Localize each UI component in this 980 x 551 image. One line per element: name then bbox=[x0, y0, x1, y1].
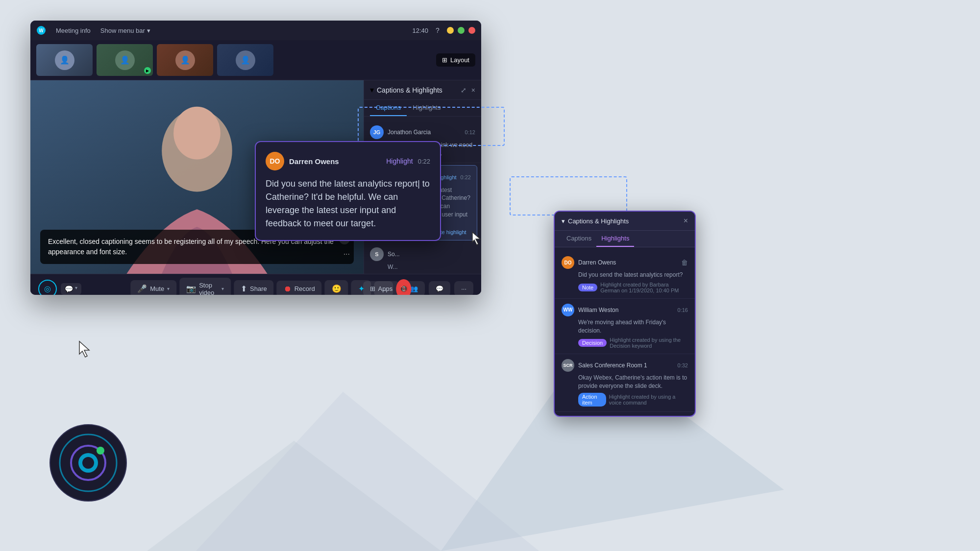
hi-delete-1[interactable]: 🗑 bbox=[681, 259, 688, 266]
hi-text-2: We're moving ahead with Friday's decisio… bbox=[578, 318, 688, 335]
hi-avatar-1: DO bbox=[562, 256, 574, 269]
toolbar-center: 🎤 Mute ▾ 📷 Stop video ▾ ⬆ Share ⏺ Record… bbox=[130, 278, 411, 295]
popup-text: Did you send the latest analytics report… bbox=[266, 177, 430, 230]
toolbar-left: ◎ 💬 ▾ bbox=[38, 280, 81, 295]
hi-tag-note-1: Note bbox=[578, 284, 597, 291]
participant-thumb-2[interactable]: 👤 ▶ bbox=[97, 44, 153, 76]
message-text-3: W... bbox=[388, 263, 475, 271]
video-icon: 📷 bbox=[186, 284, 196, 293]
second-panel-title: ▾ Captions & Highlights bbox=[562, 217, 629, 225]
share-button[interactable]: ⬆ Share bbox=[234, 280, 274, 295]
panel-title: Captions & Highlights bbox=[377, 86, 442, 94]
hi-time-3: 0:32 bbox=[678, 362, 688, 368]
tab-captions[interactable]: Captions bbox=[370, 100, 407, 116]
hi-tag-decision-2: Decision bbox=[578, 339, 607, 347]
svg-point-8 bbox=[173, 107, 220, 160]
more-button[interactable]: ... bbox=[374, 281, 393, 295]
time-2: 0:22 bbox=[461, 174, 471, 180]
highlight-popup: DO Darren Owens Highlight 0:22 Did you s… bbox=[255, 141, 441, 241]
reaction-icon: 🙂 bbox=[332, 284, 342, 293]
video-chevron-icon: ▾ bbox=[221, 286, 224, 291]
chat-toggle[interactable]: 💬 ▾ bbox=[61, 283, 81, 295]
chat-icon: 💬 bbox=[436, 285, 443, 292]
message-item-3: S So... W... bbox=[364, 242, 481, 274]
second-panel: ▾ Captions & Highlights × Captions Highl… bbox=[554, 211, 696, 417]
caption-more-button[interactable]: ··· bbox=[343, 248, 350, 260]
hi-tag-desc-3: Highlight created by using a voice comma… bbox=[609, 394, 688, 406]
second-panel-content: DO Darren Owens 🗑 Did you send the lates… bbox=[555, 247, 695, 416]
end-call-icon: 📵 bbox=[400, 285, 408, 292]
second-panel-header: ▾ Captions & Highlights × bbox=[555, 212, 695, 231]
toolbar-more-button[interactable]: ··· bbox=[454, 281, 473, 295]
hi-tag-desc-2: Highlight created by using the Decision … bbox=[610, 337, 688, 349]
panel-close-icon[interactable]: × bbox=[471, 86, 475, 94]
reaction-button[interactable]: 🙂 bbox=[325, 280, 348, 295]
hi-sender-1: Darren Owens bbox=[578, 259, 677, 266]
mute-button[interactable]: 🎤 Mute ▾ bbox=[130, 280, 176, 295]
mic-active-button[interactable]: ◎ bbox=[38, 280, 57, 295]
message-header-3: S So... bbox=[370, 247, 475, 261]
second-panel-tabs: Captions Highlights bbox=[555, 231, 695, 247]
sender-3: So... bbox=[388, 251, 475, 258]
ai-button[interactable]: ✦ bbox=[351, 280, 371, 295]
share-icon: ⬆ bbox=[241, 284, 247, 293]
layout-button[interactable]: ⊞ Layout bbox=[436, 53, 475, 67]
mic-icon: 🎤 bbox=[137, 284, 147, 293]
hi-sender-3: Sales Conference Room 1 bbox=[578, 362, 674, 369]
highlight-item-3: SCR Sales Conference Room 1 0:32 Okay We… bbox=[555, 354, 695, 412]
participant-thumb-1[interactable]: 👤 bbox=[36, 44, 93, 76]
mute-chevron-icon: ▾ bbox=[167, 286, 170, 291]
show-menubar-button[interactable]: Show menu bar ▾ bbox=[100, 27, 150, 34]
window-controls bbox=[447, 27, 475, 34]
second-tab-highlights[interactable]: Highlights bbox=[596, 231, 634, 247]
toolbar: ◎ 💬 ▾ 🎤 Mute ▾ 📷 Stop video ▾ ⬆ Share bbox=[30, 274, 481, 295]
hi-text-3: Okay Webex, Catherine's action item is t… bbox=[578, 374, 688, 390]
highlight-item-header-1: DO Darren Owens 🗑 bbox=[562, 256, 688, 269]
minimize-button[interactable] bbox=[447, 27, 454, 34]
popup-avatar: DO bbox=[266, 152, 284, 170]
hi-text-1: Did you send the latest analytics report… bbox=[578, 271, 688, 279]
highlight-item-header-2: WW William Weston 0:16 bbox=[562, 304, 688, 316]
highlight-item-2: WW William Weston 0:16 We're moving ahea… bbox=[555, 299, 695, 355]
record-button[interactable]: ⏺ Record bbox=[277, 281, 322, 295]
panel-title-group: ▾ Captions & Highlights bbox=[370, 85, 442, 95]
tab-highlights[interactable]: Highlights bbox=[407, 100, 446, 116]
highlight-item-1: DO Darren Owens 🗑 Did you send the lates… bbox=[555, 251, 695, 299]
highlight-popup-header: DO Darren Owens Highlight 0:22 bbox=[266, 152, 430, 170]
expand-icon[interactable]: ⤢ bbox=[461, 86, 466, 94]
sender-1: Jonathon Garcia bbox=[388, 129, 461, 136]
svg-point-14 bbox=[97, 447, 104, 455]
titlebar-right: 12:40 ? bbox=[412, 26, 475, 35]
help-icon[interactable]: ? bbox=[433, 26, 442, 35]
meeting-time: 12:40 bbox=[412, 27, 428, 34]
panel-tabs: Captions Highlights bbox=[364, 100, 481, 117]
hi-tag-row-2: Decision Highlight created by using the … bbox=[578, 337, 688, 349]
chat-button[interactable]: 💬 bbox=[429, 281, 450, 295]
stop-video-button[interactable]: 📷 Stop video ▾ bbox=[179, 278, 231, 295]
second-panel-close-icon[interactable]: × bbox=[684, 216, 688, 225]
meeting-info-button[interactable]: Meeting info bbox=[52, 25, 95, 36]
hi-time-2: 0:16 bbox=[678, 307, 688, 313]
hi-tag-row-1: Note Highlight created by Barbara German… bbox=[578, 282, 688, 293]
participant-thumb-4[interactable]: 👤 bbox=[217, 44, 273, 76]
svg-text:W: W bbox=[39, 28, 44, 33]
maximize-button[interactable] bbox=[458, 27, 465, 34]
highlight-item-header-3: SCR Sales Conference Room 1 0:32 bbox=[562, 359, 688, 372]
ai-icon: ✦ bbox=[358, 284, 365, 293]
popup-sender: Darren Owens bbox=[289, 157, 381, 166]
close-button[interactable] bbox=[468, 27, 475, 34]
popup-time: 0:22 bbox=[418, 158, 430, 165]
avatar-3: S bbox=[370, 247, 384, 261]
end-call-button[interactable]: 📵 bbox=[396, 279, 411, 295]
panel-header: ▾ Captions & Highlights ⤢ × bbox=[364, 80, 481, 100]
participants-bar: 👤 👤 ▶ 👤 👤 ⊞ Layout bbox=[30, 40, 481, 80]
svg-point-13 bbox=[82, 457, 94, 469]
hi-tag-action-3: Action item bbox=[578, 393, 606, 407]
participant-thumb-3[interactable]: 👤 bbox=[157, 44, 213, 76]
popup-highlight-tag: Highlight bbox=[386, 157, 413, 165]
second-tab-captions[interactable]: Captions bbox=[562, 231, 596, 247]
webex-logo-icon: W bbox=[36, 25, 46, 35]
time-1: 0:12 bbox=[465, 129, 475, 135]
record-icon: ⏺ bbox=[284, 285, 292, 293]
hi-avatar-3: SCR bbox=[562, 359, 574, 372]
